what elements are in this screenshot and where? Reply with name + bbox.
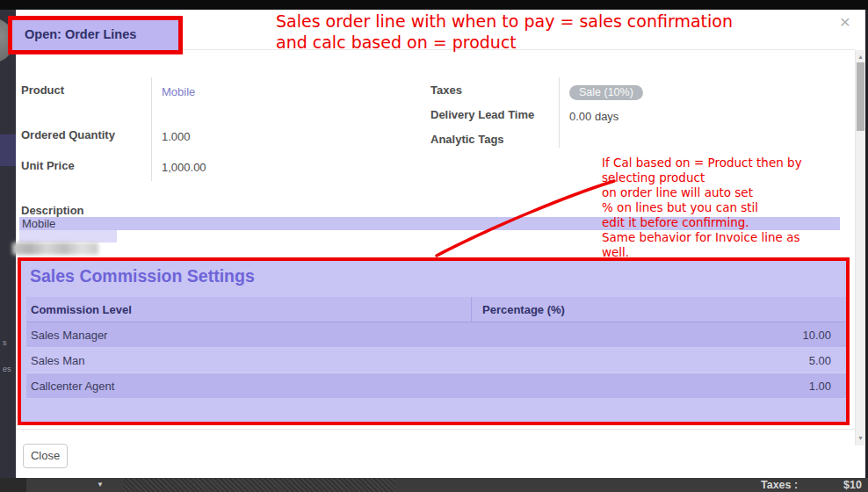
dialog-title: Open: Order Lines bbox=[25, 27, 136, 41]
commission-level-column-header: Commission Level bbox=[26, 303, 471, 316]
close-icon[interactable]: × bbox=[835, 11, 856, 33]
annotation-line: edit it before confirming. bbox=[602, 215, 802, 230]
form-left-separator bbox=[151, 77, 152, 181]
commission-heading: Sales Commission Settings bbox=[30, 266, 255, 286]
commission-level-cell: Callcenter Agent bbox=[26, 380, 471, 393]
percentage-cell: 5.00 bbox=[471, 354, 846, 367]
background-sidebar-text-fragment: s bbox=[3, 338, 7, 347]
percentage-column-header: Percentage (%) bbox=[471, 303, 846, 316]
backdrop-hatched-area bbox=[123, 478, 395, 492]
unit-price-value: 1,000.00 bbox=[162, 161, 206, 174]
commission-row[interactable]: Sales Man 5.00 bbox=[26, 348, 846, 373]
annotation-line: Same behavior for Invoice line as bbox=[602, 230, 802, 245]
scroll-down-icon[interactable]: ▼ bbox=[856, 435, 865, 441]
description-highlight-fragment bbox=[19, 230, 117, 242]
commission-level-cell: Sales Man bbox=[26, 354, 471, 367]
close-button[interactable]: Close bbox=[23, 444, 68, 468]
ordered-quantity-label: Ordered Quantity bbox=[21, 128, 115, 141]
annotation-side-note: If Cal based on = Product then by select… bbox=[602, 156, 802, 260]
background-sidebar-text-fragment: es bbox=[3, 365, 11, 373]
taxes-tag[interactable]: Sale (10%) bbox=[569, 83, 643, 100]
sales-commission-section: Sales Commission Settings Commission Lev… bbox=[18, 257, 850, 425]
annotation-line: on order line will auto set bbox=[602, 185, 802, 200]
delivery-lead-time-label: Delivery Lead Time bbox=[430, 108, 534, 121]
commission-table-header: Commission Level Percentage (%) bbox=[26, 297, 846, 322]
product-label: Product bbox=[21, 83, 64, 97]
annotation-line: Sales order line with when to pay = sale… bbox=[276, 11, 733, 32]
background-sidebar-highlight bbox=[0, 134, 16, 166]
commission-table: Commission Level Percentage (%) Sales Ma… bbox=[26, 297, 846, 421]
annotation-line: selecting product bbox=[602, 170, 802, 185]
scrollbar-thumb[interactable] bbox=[857, 62, 864, 131]
description-redacted-text bbox=[12, 242, 98, 255]
column-divider bbox=[471, 297, 472, 322]
commission-empty-row bbox=[26, 399, 846, 421]
delivery-lead-time-value: 0.00 days bbox=[569, 110, 618, 123]
commission-row[interactable]: Sales Manager 10.00 bbox=[26, 322, 846, 348]
taxes-label: Taxes bbox=[430, 83, 462, 97]
backdrop-bottom-page: ▼ Taxes : $10 bbox=[0, 478, 868, 492]
commission-level-cell: Sales Manager bbox=[26, 329, 471, 342]
scroll-up-icon[interactable]: ▲ bbox=[856, 54, 865, 60]
backdrop-top-bar bbox=[0, 0, 868, 10]
background-amount-fragment: $10 bbox=[843, 479, 862, 491]
analytic-tags-label: Analytic Tags bbox=[430, 133, 504, 146]
title-annotation-frame: Open: Order Lines bbox=[8, 16, 183, 54]
product-link[interactable]: Mobile bbox=[162, 85, 195, 98]
annotation-line: % on lines but you can stil bbox=[602, 200, 802, 215]
taxes-tag-badge: Sale (10%) bbox=[569, 85, 643, 100]
commission-row[interactable]: Callcenter Agent 1.00 bbox=[26, 373, 846, 399]
background-taxes-label: Taxes : bbox=[761, 479, 798, 491]
percentage-cell: 1.00 bbox=[471, 380, 846, 393]
annotation-line: and calc based on = product bbox=[276, 32, 733, 53]
percentage-cell: 10.00 bbox=[471, 329, 846, 342]
dropdown-caret-icon: ▼ bbox=[97, 481, 104, 488]
screenshot-root: s es Open: Order Lines × Sales order lin… bbox=[0, 0, 868, 492]
ordered-quantity-value: 1.000 bbox=[162, 130, 191, 143]
form-right-separator bbox=[559, 77, 560, 148]
annotation-line: If Cal based on = Product then by bbox=[602, 156, 802, 170]
dialog-scrollbar[interactable]: ▲ ▼ bbox=[855, 50, 865, 445]
backdrop-bottom-corner bbox=[0, 478, 26, 492]
dialog-footer-divider bbox=[16, 429, 855, 430]
description-label: Description bbox=[21, 204, 84, 217]
unit-price-label: Unit Price bbox=[21, 159, 75, 172]
annotation-top-note: Sales order line with when to pay = sale… bbox=[276, 11, 733, 53]
